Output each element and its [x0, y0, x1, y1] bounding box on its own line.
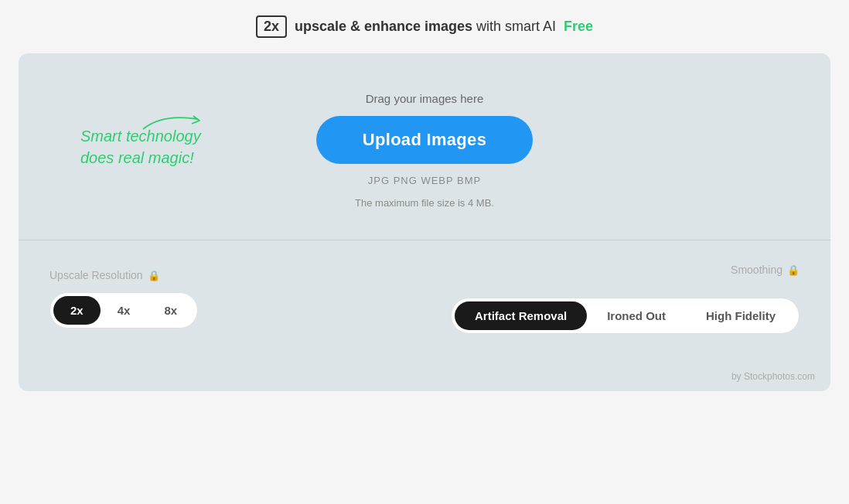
smoothing-label: Smoothing 🔒: [731, 264, 800, 276]
resolution-buttons: 2x 4x 8x: [49, 292, 198, 329]
resolution-4x-button[interactable]: 4x: [101, 296, 148, 325]
resolution-label: Upscale Resolution 🔒: [49, 269, 299, 281]
main-container: Smart technology does real magic! Drag y…: [19, 53, 830, 391]
smoothing-group: Smoothing 🔒 Artifact Removal Ironed Out …: [299, 264, 800, 334]
header: 2x upscale & enhance images with smart A…: [256, 15, 593, 38]
badge-2x: 2x: [256, 15, 287, 38]
resolution-group: Upscale Resolution 🔒 2x 4x 8x: [49, 269, 299, 329]
max-size-text: The maximum file size is 4 MB.: [355, 197, 494, 209]
formats-text: JPG PNG WEBP BMP: [368, 175, 482, 186]
footer-brand: by Stockphotos.com: [19, 365, 830, 391]
header-text: upscale & enhance images with smart AI: [295, 19, 556, 35]
tagline-area: Smart technology does real magic!: [80, 125, 201, 169]
smoothing-label-row: Smoothing 🔒: [299, 264, 800, 287]
upload-section: Smart technology does real magic! Drag y…: [19, 53, 830, 240]
resolution-8x-button[interactable]: 8x: [147, 296, 194, 325]
smoothing-ironed-out-button[interactable]: Ironed Out: [587, 301, 686, 330]
resolution-lock-icon: 🔒: [148, 270, 160, 281]
smoothing-buttons: Artifact Removal Ironed Out High Fidelit…: [451, 298, 800, 334]
smoothing-artifact-removal-button[interactable]: Artifact Removal: [455, 301, 587, 330]
smoothing-high-fidelity-button[interactable]: High Fidelity: [686, 301, 796, 330]
tagline-text: Smart technology does real magic!: [80, 125, 201, 169]
upload-center: Drag your images here Upload Images JPG …: [316, 92, 533, 209]
smoothing-lock-icon: 🔒: [787, 264, 800, 276]
header-free-label: Free: [564, 19, 593, 35]
upload-button[interactable]: Upload Images: [316, 116, 533, 164]
resolution-2x-button[interactable]: 2x: [53, 296, 101, 325]
drag-text: Drag your images here: [366, 92, 484, 105]
options-section: Upscale Resolution 🔒 2x 4x 8x Smoothing …: [19, 240, 830, 365]
